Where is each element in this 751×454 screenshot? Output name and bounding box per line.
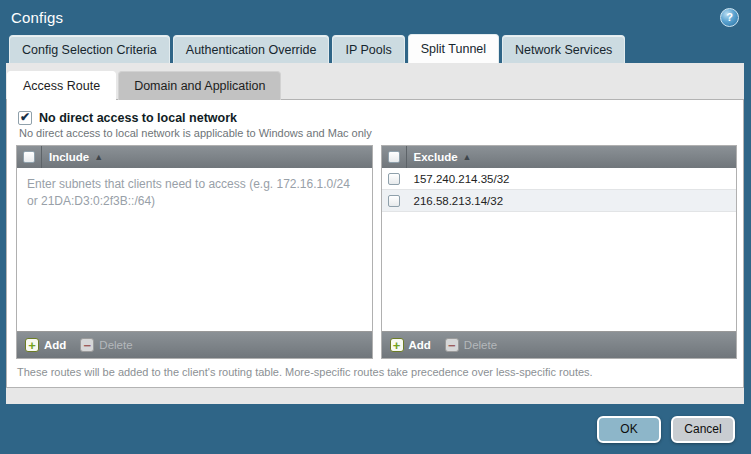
tab-config-selection-criteria[interactable]: Config Selection Criteria xyxy=(9,35,170,63)
add-glyph: + xyxy=(28,339,36,352)
exclude-list-header: Exclude ▲ xyxy=(382,146,737,168)
exclude-add-label: Add xyxy=(409,339,431,351)
dialog-body: Access Route Domain and Application ✔ No… xyxy=(6,63,744,404)
delete-icon: − xyxy=(80,338,94,352)
delete-icon: − xyxy=(445,338,459,352)
add-glyph: + xyxy=(393,339,401,352)
include-header-check-cell xyxy=(17,146,42,168)
include-add-label: Add xyxy=(44,339,66,351)
no-direct-access-label: No direct access to local network xyxy=(39,111,237,125)
exclude-route-value: 216.58.213.14/32 xyxy=(414,195,504,207)
delete-glyph: − xyxy=(84,339,92,352)
title-bar: Configs ? xyxy=(0,0,751,34)
include-list-toolbar: + Add − Delete xyxy=(17,331,372,358)
include-delete-label: Delete xyxy=(99,339,132,351)
include-list: Include ▲ Enter subnets that clients nee… xyxy=(16,145,373,359)
include-select-all-checkbox[interactable] xyxy=(23,151,35,163)
sort-ascending-icon: ▲ xyxy=(94,152,103,162)
include-placeholder: Enter subnets that clients need to acces… xyxy=(17,168,371,211)
checkmark-icon: ✔ xyxy=(20,111,30,123)
include-add-button[interactable]: + Add xyxy=(25,338,66,352)
include-list-body[interactable]: Enter subnets that clients need to acces… xyxy=(17,168,372,331)
configs-dialog: Configs ? Config Selection Criteria Auth… xyxy=(0,0,751,454)
exclude-header-check-cell xyxy=(382,146,407,168)
dialog-title: Configs xyxy=(11,9,63,26)
exclude-list: Exclude ▲ 157.240.214.35/32 216.58.213.1… xyxy=(381,145,738,359)
no-direct-access-option[interactable]: ✔ No direct access to local network xyxy=(7,100,743,125)
body-bottom-spacer xyxy=(6,388,744,404)
add-icon: + xyxy=(390,338,404,352)
exclude-list-body[interactable]: 157.240.214.35/32 216.58.213.14/32 xyxy=(382,168,737,331)
subtab-domain-and-application[interactable]: Domain and Application xyxy=(118,71,281,100)
subtab-access-route[interactable]: Access Route xyxy=(7,71,116,100)
exclude-add-button[interactable]: + Add xyxy=(390,338,431,352)
exclude-delete-label: Delete xyxy=(464,339,497,351)
tab-ip-pools[interactable]: IP Pools xyxy=(332,35,404,63)
exclude-row[interactable]: 157.240.214.35/32 xyxy=(382,168,737,190)
add-icon: + xyxy=(25,338,39,352)
exclude-column-title[interactable]: Exclude xyxy=(414,151,458,163)
sub-tab-bar: Access Route Domain and Application xyxy=(7,71,744,100)
delete-glyph: − xyxy=(448,339,456,352)
routing-table-note: These routes will be added to the client… xyxy=(7,359,743,387)
include-column-title[interactable]: Include xyxy=(49,151,89,163)
exclude-delete-button[interactable]: − Delete xyxy=(445,338,497,352)
ok-button[interactable]: OK xyxy=(597,416,661,443)
exclude-route-value: 157.240.214.35/32 xyxy=(414,173,510,185)
no-direct-access-checkbox[interactable]: ✔ xyxy=(18,111,32,125)
sort-ascending-icon: ▲ xyxy=(463,152,472,162)
help-glyph: ? xyxy=(726,11,733,23)
exclude-row-checkbox[interactable] xyxy=(388,173,400,185)
route-lists: Include ▲ Enter subnets that clients nee… xyxy=(16,145,737,359)
help-icon[interactable]: ? xyxy=(720,8,739,27)
row-check-cell xyxy=(382,173,407,185)
exclude-select-all-checkbox[interactable] xyxy=(388,151,400,163)
exclude-row-checkbox[interactable] xyxy=(388,195,400,207)
dialog-footer: OK Cancel xyxy=(0,404,751,454)
exclude-row[interactable]: 216.58.213.14/32 xyxy=(382,190,737,212)
include-delete-button[interactable]: − Delete xyxy=(80,338,132,352)
tab-split-tunnel[interactable]: Split Tunnel xyxy=(408,34,499,63)
tab-network-services[interactable]: Network Services xyxy=(502,35,625,63)
include-list-header: Include ▲ xyxy=(17,146,372,168)
no-direct-access-note: No direct access to local network is app… xyxy=(19,127,743,139)
exclude-list-toolbar: + Add − Delete xyxy=(382,331,737,358)
tab-authentication-override[interactable]: Authentication Override xyxy=(173,35,330,63)
access-route-panel: ✔ No direct access to local network No d… xyxy=(6,99,744,388)
main-tab-bar: Config Selection Criteria Authentication… xyxy=(0,34,751,63)
row-check-cell xyxy=(382,195,407,207)
cancel-button[interactable]: Cancel xyxy=(671,416,735,443)
